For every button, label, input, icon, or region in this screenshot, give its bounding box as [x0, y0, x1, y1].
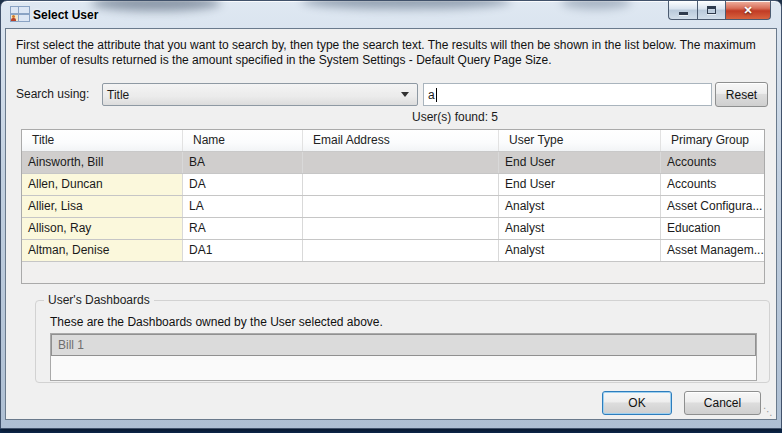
cell-name[interactable]: LA — [183, 196, 303, 217]
cell-primary-group[interactable]: Accounts — [661, 152, 764, 173]
titlebar-glass-blur — [301, 1, 511, 9]
cell-title[interactable]: Allier, Lisa — [22, 196, 183, 217]
table-row[interactable]: Allen, DuncanDAEnd UserAccounts — [22, 174, 764, 196]
column-header[interactable]: Name — [183, 130, 303, 151]
results-table-header: TitleNameEmail AddressUser TypePrimary G… — [22, 130, 764, 152]
cell-email[interactable] — [303, 196, 499, 217]
table-row[interactable]: Ainsworth, BillBAEnd UserAccounts — [22, 152, 764, 174]
search-attribute-dropdown[interactable]: Title — [102, 83, 418, 106]
cell-title[interactable]: Allison, Ray — [22, 218, 183, 239]
cell-email[interactable] — [303, 218, 499, 239]
ok-button[interactable]: OK — [602, 391, 672, 415]
cell-title[interactable]: Allen, Duncan — [22, 174, 183, 195]
cell-name[interactable]: DA1 — [183, 240, 303, 261]
users-dashboards-groupbox: User's Dashboards These are the Dashboar… — [35, 293, 770, 383]
column-header[interactable]: Primary Group — [661, 130, 764, 151]
resize-grip[interactable]: ⋱ — [763, 406, 772, 417]
cell-user-type[interactable]: End User — [499, 174, 661, 195]
instructions-text: First select the attribute that you want… — [16, 38, 768, 68]
cell-user-type[interactable]: End User — [499, 152, 661, 173]
minimize-button[interactable] — [668, 1, 697, 20]
titlebar[interactable]: Select User ✕ — [1, 1, 781, 28]
close-button[interactable]: ✕ — [726, 1, 771, 20]
titlebar-glass-blur — [91, 1, 221, 11]
dashboard-list-item[interactable]: Bill 1 — [51, 334, 756, 356]
text-caret — [436, 88, 437, 102]
cell-primary-group[interactable]: Asset Managem... — [661, 240, 764, 261]
chevron-down-icon — [401, 92, 409, 97]
cell-name[interactable]: RA — [183, 218, 303, 239]
select-user-dialog: Select User ✕ First select the attribute… — [0, 0, 782, 429]
results-table: TitleNameEmail AddressUser TypePrimary G… — [21, 129, 765, 284]
search-text-value: a — [428, 88, 435, 102]
table-row[interactable]: Altman, DeniseDA1AnalystAsset Managem... — [22, 240, 764, 262]
column-header[interactable]: User Type — [499, 130, 661, 151]
cell-email[interactable] — [303, 240, 499, 261]
table-row[interactable]: Allison, RayRAAnalystEducation — [22, 218, 764, 240]
cell-title[interactable]: Altman, Denise — [22, 240, 183, 261]
maximize-icon — [707, 6, 716, 14]
column-header[interactable]: Email Address — [303, 130, 499, 151]
results-count-text: User(s) found: 5 — [412, 110, 498, 124]
results-table-body: Ainsworth, BillBAEnd UserAccountsAllen, … — [22, 152, 764, 262]
maximize-button[interactable] — [697, 1, 726, 20]
users-dashboards-label: User's Dashboards — [44, 293, 154, 307]
titlebar-glass-blur — [561, 1, 631, 9]
table-row[interactable]: Allier, LisaLAAnalystAsset Configura... — [22, 196, 764, 218]
dashboards-description: These are the Dashboards owned by the Us… — [50, 315, 383, 329]
cell-email[interactable] — [303, 174, 499, 195]
cell-primary-group[interactable]: Accounts — [661, 174, 764, 195]
window-title: Select User — [33, 8, 98, 22]
dashboards-list[interactable]: Bill 1 — [50, 333, 757, 381]
search-attribute-value: Title — [107, 88, 401, 102]
column-header[interactable]: Title — [22, 130, 183, 151]
cancel-button[interactable]: Cancel — [684, 391, 761, 415]
search-text-input[interactable]: a — [423, 83, 712, 106]
select-user-icon — [10, 6, 27, 23]
cell-title[interactable]: Ainsworth, Bill — [22, 152, 183, 173]
cell-email[interactable] — [303, 152, 499, 173]
close-icon: ✕ — [743, 5, 752, 16]
dialog-client-area: First select the attribute that you want… — [5, 28, 777, 420]
search-using-label: Search using: — [16, 87, 89, 101]
cell-user-type[interactable]: Analyst — [499, 196, 661, 217]
cell-name[interactable]: DA — [183, 174, 303, 195]
cell-user-type[interactable]: Analyst — [499, 240, 661, 261]
cell-name[interactable]: BA — [183, 152, 303, 173]
cell-primary-group[interactable]: Education — [661, 218, 764, 239]
reset-button[interactable]: Reset — [715, 82, 768, 107]
minimize-icon — [679, 12, 688, 15]
cell-user-type[interactable]: Analyst — [499, 218, 661, 239]
cell-primary-group[interactable]: Asset Configura... — [661, 196, 764, 217]
